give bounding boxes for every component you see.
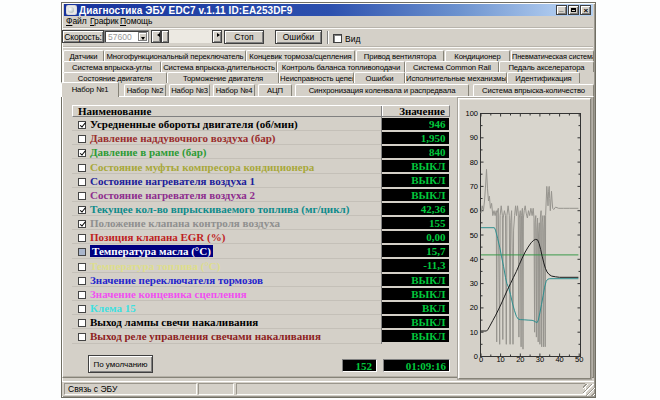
svg-text:0: 0	[479, 355, 483, 364]
svg-text:20: 20	[516, 355, 524, 364]
svg-text:70: 70	[470, 182, 478, 191]
svg-text:10: 10	[496, 355, 504, 364]
svg-text:40: 40	[555, 355, 563, 364]
svg-text:50: 50	[470, 231, 478, 240]
svg-text:30: 30	[536, 355, 544, 364]
svg-text:30: 30	[470, 279, 478, 288]
svg-text:20: 20	[470, 303, 478, 312]
svg-text:50: 50	[575, 355, 583, 364]
svg-text:100: 100	[465, 109, 478, 118]
svg-text:40: 40	[470, 255, 478, 264]
svg-text:10: 10	[470, 328, 478, 337]
svg-text:0: 0	[474, 352, 478, 361]
svg-text:90: 90	[470, 133, 478, 142]
svg-text:60: 60	[470, 206, 478, 215]
svg-text:80: 80	[470, 158, 478, 167]
